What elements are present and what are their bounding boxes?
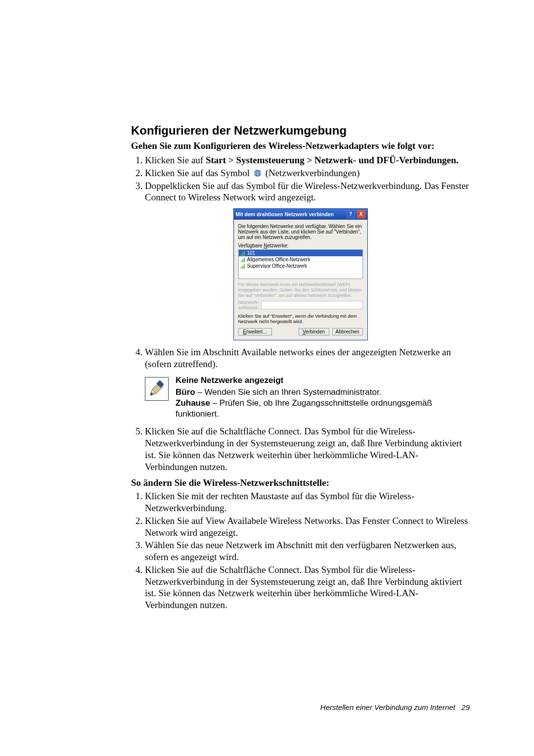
network-key-label: Netzwerk-schlüssel: — [238, 299, 258, 310]
steps-list-a-cont2: Klicken Sie auf die Schaltfläche Connect… — [131, 425, 470, 472]
network-item[interactable]: Allgemeines Office-Netzwerk — [239, 256, 362, 263]
note-title: Keine Netzwerke angezeigt — [176, 375, 470, 386]
wep-hint-text: Für dieses Netzwerk muss ein Netzwerksch… — [238, 282, 363, 298]
network-item-1-label: 101 — [247, 250, 256, 256]
step-a1: Klicken Sie auf Start > Systemsteuerung … — [145, 154, 470, 166]
network-item-3-label: Supervisor Office-Netzwerk — [247, 263, 308, 269]
page-footer: Herstellen einer Verbindung zum Internet… — [320, 703, 470, 711]
note-line-office: Büro – Wenden Sie sich an Ihren Systemad… — [176, 387, 470, 398]
btn-conn-rest: erbinden — [306, 329, 325, 334]
note-line2-rest: – Prüfen Sie, ob Ihre Zugangsschnittstel… — [176, 398, 432, 419]
step-a3: Doppelklicken Sie auf das Symbol für die… — [145, 180, 470, 204]
note-line-home: Zuhause – Prüfen Sie, ob Ihre Zugangssch… — [176, 398, 470, 420]
step-a1-pre: Klicken Sie auf — [145, 155, 206, 165]
wireless-connect-dialog: Mit dem drahtlosen Netzwerk verbinden ? … — [233, 208, 368, 340]
step-a2: Klicken Sie auf das Symbol (Netzwerkverb… — [145, 167, 470, 179]
available-networks-label: Verfügbare Netzwerke: — [238, 243, 363, 248]
step-b3: Wählen Sie das neue Netzwerk im Abschnit… — [145, 539, 470, 563]
dialog-title-text: Mit dem drahtlosen Netzwerk verbinden — [236, 211, 334, 217]
network-key-input[interactable] — [261, 301, 363, 309]
svg-rect-7 — [244, 258, 245, 262]
dialog-help-button[interactable]: ? — [347, 210, 355, 218]
note-line1-rest: – Wenden Sie sich an Ihren Systemadminis… — [195, 387, 382, 397]
connect-button[interactable]: Verbinden — [299, 328, 329, 335]
label-post: etzwerke: — [267, 243, 288, 248]
step-a4: Wählen Sie im Abschnitt Available networ… — [145, 346, 470, 370]
svg-rect-6 — [242, 259, 243, 262]
network-item-2-label: Allgemeines Office-Netzwerk — [247, 257, 311, 262]
steps-list-a: Klicken Sie auf Start > Systemsteuerung … — [131, 154, 470, 203]
svg-rect-3 — [242, 253, 243, 256]
step-a5: Klicken Sie auf die Schaltfläche Connect… — [145, 425, 470, 472]
dialog-titlebar: Mit dem drahtlosen Netzwerk verbinden ? … — [234, 209, 367, 220]
step-a2-pre: Klicken Sie auf das Symbol — [145, 168, 252, 178]
subhead-change-interface: So ändern Sie die Wireless-Netzwerkschni… — [131, 477, 470, 488]
svg-rect-2 — [241, 254, 242, 256]
signal-icon — [240, 257, 245, 262]
step-b4: Klicken Sie auf die Schaltfläche Connect… — [145, 564, 470, 611]
pencil-icon — [145, 377, 169, 401]
intro-bold: Gehen Sie zum Konfigurieren des Wireless… — [131, 141, 470, 151]
cancel-button[interactable]: Abbrechen — [332, 328, 363, 335]
note-no-networks: Keine Netzwerke angezeigt Büro – Wenden … — [145, 375, 470, 420]
dialog-advanced-hint: Klicken Sie auf "Erweitert", wenn die Ve… — [238, 313, 363, 324]
btn-adv-rest: rweitert... — [246, 329, 267, 334]
network-item-selected[interactable]: 101 — [239, 250, 362, 256]
step-b1: Klicken Sie mit der rechten Maustaste au… — [145, 490, 470, 514]
dialog-intro-text: Die folgenden Netzwerke sind verfügbar. … — [238, 224, 363, 240]
svg-rect-9 — [242, 266, 243, 269]
note-line1-bold: Büro — [176, 387, 195, 397]
network-item[interactable]: Supervisor Office-Netzwerk — [239, 263, 362, 269]
signal-icon — [240, 264, 245, 269]
svg-rect-10 — [244, 264, 245, 269]
svg-rect-4 — [244, 251, 245, 256]
step-a1-bold: Start > Systemsteuerung > Netzwerk- und … — [206, 155, 458, 165]
label-pre: Verfügbare — [238, 243, 264, 248]
svg-rect-5 — [241, 261, 242, 262]
footer-page-number: 29 — [461, 703, 470, 711]
step-b2: Klicken Sie auf View Availabele Wireless… — [145, 515, 470, 539]
steps-list-a-cont: Wählen Sie im Abschnitt Available networ… — [131, 346, 470, 370]
footer-text: Herstellen einer Verbindung zum Internet — [320, 703, 455, 711]
dialog-close-button[interactable]: X — [357, 210, 365, 218]
note-line2-bold: Zuhause — [176, 398, 210, 408]
step-a2-post: (Netzwerkverbindungen) — [266, 168, 360, 178]
svg-rect-8 — [241, 267, 242, 269]
section-title: Konfigurieren der Netzwerkumgebung — [131, 124, 470, 138]
advanced-button[interactable]: Erweitert... — [238, 328, 272, 335]
signal-icon — [240, 251, 245, 256]
steps-list-b: Klicken Sie mit der rechten Maustaste au… — [131, 490, 470, 611]
network-connections-icon — [252, 168, 266, 178]
network-list[interactable]: 101 Allgemeines Office-Netzwerk Supervis… — [238, 249, 363, 279]
